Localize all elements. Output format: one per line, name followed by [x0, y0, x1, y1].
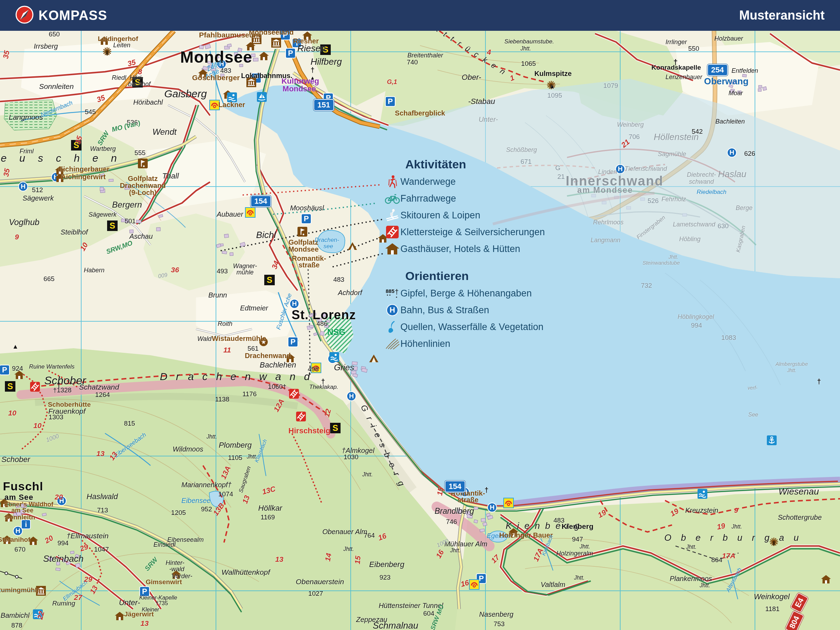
- map-label: 35: [2, 50, 11, 60]
- train-stop-icon: S: [264, 275, 275, 285]
- map-label: (9-Loch): [129, 189, 157, 196]
- legend-item-label: Wanderwege: [400, 177, 456, 187]
- map-label: †735: [155, 601, 168, 606]
- map-label: straße: [298, 261, 319, 269]
- map-label: Höblingkogel: [677, 314, 714, 320]
- bus-stop-icon: H: [727, 148, 737, 158]
- map-label: Almbergstube: [775, 361, 808, 367]
- header-bar: KOMPASS Musteransicht: [0, 0, 840, 31]
- road-shield-804: 804: [785, 610, 804, 630]
- legend-orientation-list: 885†Gipfel, Berge & HöhenangabenHBahn, B…: [384, 285, 566, 352]
- map-label: Steinwandstube: [643, 260, 680, 266]
- map-label: 8: [138, 68, 142, 76]
- map-label: 815: [124, 420, 135, 427]
- climb-icon-wrap: [289, 389, 299, 399]
- map-label: Schößberg: [506, 147, 537, 153]
- legend-item-skier: Skitouren & Loipen: [384, 207, 566, 224]
- map-label: Riesen: [297, 44, 326, 53]
- road-shield-154: 154: [445, 480, 466, 493]
- bus-stop-icon: H: [346, 391, 356, 401]
- map-label: 864: [711, 556, 722, 564]
- hut-legend-icon: [384, 243, 400, 254]
- map-label: Fuschler Ache: [275, 293, 293, 330]
- map-label: 1264: [95, 391, 110, 398]
- map-legend: Aktivitäten WanderwegeFahrradwegeSkitour…: [384, 158, 566, 352]
- train-stop-icon: S: [5, 381, 16, 392]
- map-label: Mondseeland: [249, 31, 294, 36]
- map-label: 1: [509, 74, 516, 83]
- kompass-brand[interactable]: KOMPASS: [16, 6, 107, 25]
- spring-icon: [387, 320, 398, 333]
- map-label: 604: [423, 610, 434, 617]
- swimming-icon: [329, 352, 339, 362]
- map-label: 20: [43, 534, 54, 545]
- map-label: Gimsenwirt: [145, 579, 182, 586]
- map-label: 713: [97, 507, 108, 514]
- map-label: Jhtt.: [521, 46, 531, 52]
- map-label: Unter-: [478, 116, 498, 123]
- map-label: 35: [2, 168, 11, 177]
- map-label: Langmoos: [9, 114, 43, 121]
- map-label: 486: [316, 320, 328, 327]
- map-label: 12A: [272, 398, 286, 413]
- map-label: 1083: [722, 334, 736, 341]
- map-label: Bachleiten: [715, 118, 745, 125]
- map-label: 15: [436, 487, 445, 496]
- map-label: -Stabau: [468, 97, 495, 105]
- map-label: 34: [270, 260, 281, 270]
- map-label: Drachen-: [315, 237, 339, 243]
- via-ferrata-icon: [289, 389, 299, 399]
- map-label: 1095: [547, 92, 562, 99]
- map-label: D r a c h e n w a n d: [160, 371, 313, 382]
- map-label: Wildmoos: [172, 445, 203, 453]
- map-label: †: [57, 381, 61, 389]
- map-label: 1065: [521, 60, 536, 67]
- map-label: 10: [79, 241, 90, 252]
- spring-legend-icon: [384, 320, 400, 333]
- map-label: 13: [241, 494, 251, 504]
- map-label: 740: [407, 59, 418, 66]
- bus-stop-icon: H: [18, 182, 28, 191]
- map-label: Aschau: [129, 233, 153, 240]
- hut-icon-wrap: [115, 612, 125, 620]
- map-label: Fehrholz: [662, 196, 686, 203]
- map-label: Eibenseealm: [167, 537, 204, 543]
- map-label: Finstergraben: [636, 215, 666, 240]
- map-label: Voglhub: [9, 218, 39, 226]
- map-label: 29: [79, 543, 89, 553]
- map-label: Kienberg: [561, 523, 593, 530]
- map-label: 923: [379, 574, 391, 581]
- parking-icon: P: [285, 48, 296, 58]
- map-label: Tiefenschwand: [625, 166, 667, 172]
- ski-touring-icon: [385, 208, 399, 222]
- legend-item-label: Gipfel, Berge & Höhenangaben: [400, 288, 532, 299]
- road-shield-E4: E4: [790, 592, 809, 613]
- map-label: Wallhüttenkopf: [221, 568, 270, 576]
- legend-item-bike: Fahrradwege: [384, 190, 566, 207]
- contour-lines-icon: [385, 338, 399, 349]
- map-label: 19: [717, 522, 726, 531]
- map-label: Holzingeralm: [556, 550, 593, 557]
- map-label: ▲: [549, 84, 555, 90]
- map-label: Altersbach: [725, 567, 743, 593]
- map-label: Riedl: [112, 74, 126, 81]
- map-label: Schober: [2, 455, 30, 463]
- map-label: Jhtt.: [362, 472, 373, 478]
- map-label: See: [748, 412, 758, 418]
- map-label: bachhof: [128, 81, 150, 87]
- train-stop-icon: S: [330, 423, 341, 433]
- map-label: 4: [487, 48, 491, 56]
- bus-icon: [503, 498, 514, 508]
- map-label: Niedernbach: [40, 100, 74, 118]
- map-label: Mondsee: [288, 246, 319, 253]
- legend-item-label: Skitouren & Loipen: [400, 210, 480, 221]
- map-label: Edtmeier: [240, 305, 268, 312]
- map-label: Breitenthaler: [407, 52, 443, 59]
- map-canvas[interactable]: PPPPPPPPPPHHHHHHHHHHHHSSSSSSSii★ Mondsee…: [0, 31, 840, 630]
- via-ferrata-icon: [296, 412, 306, 422]
- map-label: Bambichl: [1, 612, 29, 619]
- map-label: Göschlberger: [192, 74, 240, 82]
- kompass-sample-map: KOMPASS Musteransicht: [0, 0, 840, 630]
- map-label: 650: [49, 31, 60, 38]
- viewpoint-icon: [102, 46, 112, 57]
